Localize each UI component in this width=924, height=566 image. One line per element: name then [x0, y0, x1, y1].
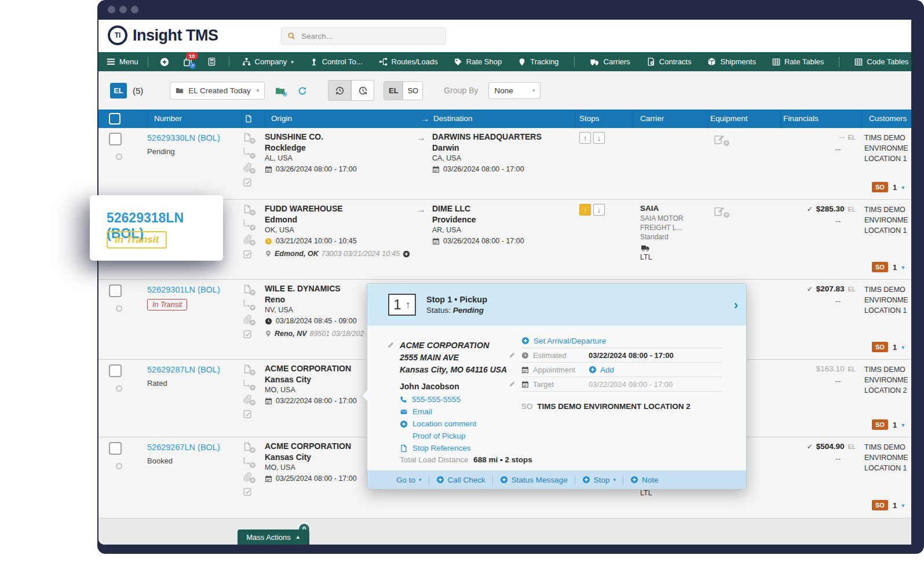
- col-carrier[interactable]: Carrier: [640, 114, 664, 123]
- chevron-right-icon[interactable]: ›: [734, 298, 738, 313]
- toggle-so[interactable]: SO: [403, 82, 422, 100]
- location-comment-link[interactable]: Location comment: [412, 419, 476, 428]
- refresh-button[interactable]: [298, 85, 307, 96]
- history-button[interactable]: [351, 81, 374, 100]
- nav-company[interactable]: Company ▾: [242, 57, 294, 66]
- task-check-icon[interactable]: [243, 177, 253, 187]
- add-document-icon[interactable]: +: [243, 441, 253, 451]
- edit-pencil-icon[interactable]: [387, 341, 395, 349]
- stop-up-button[interactable]: ↑: [579, 132, 591, 144]
- add-equipment-icon[interactable]: +: [713, 206, 726, 216]
- nav-calculator-button[interactable]: [207, 57, 216, 66]
- shipment-number-link[interactable]: 52629330LN (BOL): [147, 133, 220, 143]
- so-expander[interactable]: SO 1 ▾: [872, 262, 904, 272]
- add-related-icon[interactable]: +: [243, 147, 253, 156]
- window-dot-1[interactable]: [108, 6, 115, 13]
- add-document-icon[interactable]: +: [243, 203, 253, 213]
- email-link[interactable]: Email: [412, 407, 432, 416]
- phone-link[interactable]: 555-555-5555: [412, 395, 461, 404]
- so-expander[interactable]: SO 1 ▾: [872, 342, 904, 352]
- edit-pencil-icon[interactable]: [509, 381, 516, 388]
- col-financials[interactable]: Financials: [783, 114, 819, 123]
- select-all-checkbox[interactable]: [109, 113, 120, 125]
- task-check-icon[interactable]: [243, 408, 253, 418]
- stop-up-button[interactable]: ↑: [579, 204, 591, 216]
- edit-pencil-icon[interactable]: [509, 352, 516, 359]
- add-equipment-icon[interactable]: +: [713, 134, 726, 144]
- nav-rate-shop[interactable]: Rate Shop: [454, 57, 502, 66]
- row-checkbox[interactable]: [109, 284, 122, 297]
- add-related-icon[interactable]: +: [243, 298, 253, 308]
- nav-tracking[interactable]: Tracking: [518, 57, 558, 66]
- proof-of-pickup-link[interactable]: Proof of Pickup: [412, 432, 466, 440]
- shipment-number-link[interactable]: 52629287LN (BOL): [147, 365, 220, 374]
- stop-down-button[interactable]: ↓: [593, 204, 605, 216]
- col-customers[interactable]: Customers: [869, 114, 907, 123]
- goto-menu[interactable]: Go to ▾: [396, 476, 422, 484]
- nav-menu[interactable]: Menu: [107, 57, 138, 66]
- nav-add-button[interactable]: [160, 57, 169, 67]
- call-check-button[interactable]: Call Check: [436, 476, 485, 484]
- stop-menu[interactable]: Stop ▾: [582, 476, 616, 484]
- add-document-icon[interactable]: +: [243, 363, 253, 373]
- nav-control-tower[interactable]: Control To...: [310, 57, 363, 66]
- window-dot-2[interactable]: [119, 6, 127, 13]
- mass-actions-button[interactable]: Mass Actions ▲: [238, 530, 309, 545]
- add-attachment-icon[interactable]: +: [243, 162, 253, 171]
- nav-carriers[interactable]: Carriers: [590, 57, 630, 66]
- el-tab-badge[interactable]: EL: [110, 83, 127, 98]
- shipment-number-link[interactable]: 52629301LN (BOL): [147, 285, 220, 294]
- task-check-icon[interactable]: [243, 486, 253, 496]
- nav-rate-tables[interactable]: Rate Tables: [772, 57, 824, 66]
- set-arrival-departure-link[interactable]: Set Arrival/Departure: [534, 337, 606, 345]
- app-logo[interactable]: TI Insight TMS: [108, 25, 218, 45]
- add-related-icon[interactable]: +: [243, 378, 253, 388]
- add-document-icon[interactable]: +: [243, 132, 253, 141]
- so-expander[interactable]: SO 1 ▾: [872, 419, 904, 430]
- toggle-el[interactable]: EL: [384, 82, 403, 100]
- add-related-icon[interactable]: +: [243, 218, 253, 228]
- global-search[interactable]: [281, 27, 446, 45]
- status-message-button[interactable]: Status Message: [500, 476, 568, 484]
- row-radio[interactable]: [116, 385, 122, 392]
- add-related-icon[interactable]: +: [243, 456, 253, 466]
- col-origin[interactable]: Origin: [271, 114, 292, 123]
- row-radio[interactable]: [116, 154, 122, 160]
- col-destination[interactable]: Destination: [433, 114, 473, 123]
- auto-refresh-button[interactable]: [328, 81, 351, 100]
- table-row[interactable]: 52629330LN (BOL) Pending + + + SUNSHINE …: [98, 128, 911, 200]
- so-expander[interactable]: SO 1 ▾: [872, 182, 904, 192]
- view-filter-dropdown[interactable]: EL Created Today ▾: [170, 82, 265, 100]
- row-checkbox[interactable]: [109, 133, 122, 145]
- add-checkcall-icon[interactable]: [403, 250, 410, 258]
- group-by-dropdown[interactable]: None ▾: [488, 82, 540, 99]
- col-stops[interactable]: Stops: [579, 114, 600, 123]
- row-checkbox[interactable]: [109, 364, 122, 377]
- nav-shipments[interactable]: Shipments: [707, 57, 755, 66]
- add-document-icon[interactable]: +: [243, 283, 253, 293]
- stop-references-link[interactable]: Stop References: [412, 444, 471, 452]
- add-attachment-icon[interactable]: +: [243, 233, 253, 243]
- nav-notifications-button[interactable]: 10 ↗: [183, 57, 192, 67]
- add-attachment-icon[interactable]: +: [243, 471, 253, 481]
- add-attachment-icon[interactable]: +: [243, 393, 253, 403]
- row-radio[interactable]: [116, 463, 122, 469]
- task-check-icon[interactable]: [243, 249, 253, 258]
- nav-code-tables[interactable]: Code Tables: [854, 57, 908, 66]
- row-radio[interactable]: [116, 305, 122, 312]
- appointment-add-link[interactable]: Add: [600, 366, 614, 374]
- window-dot-3[interactable]: [131, 6, 138, 13]
- nav-routes-loads[interactable]: Routes/Loads: [379, 57, 438, 66]
- manage-views-button[interactable]: [275, 85, 285, 96]
- nav-contracts[interactable]: Contracts: [647, 57, 692, 66]
- add-attachment-icon[interactable]: +: [243, 313, 253, 323]
- search-input[interactable]: [300, 31, 433, 41]
- so-expander[interactable]: SO 1 ▾: [872, 500, 904, 510]
- col-number[interactable]: Number: [154, 114, 182, 123]
- row-checkbox[interactable]: [109, 442, 122, 455]
- shipment-callout-card[interactable]: 52629318LN (BOL) In Transit: [90, 195, 223, 261]
- note-button[interactable]: Note: [630, 476, 659, 484]
- col-equipment[interactable]: Equipment: [710, 114, 748, 123]
- stop-down-button[interactable]: ↓: [593, 132, 605, 144]
- shipment-number-link[interactable]: 52629267LN (BOL): [147, 443, 220, 452]
